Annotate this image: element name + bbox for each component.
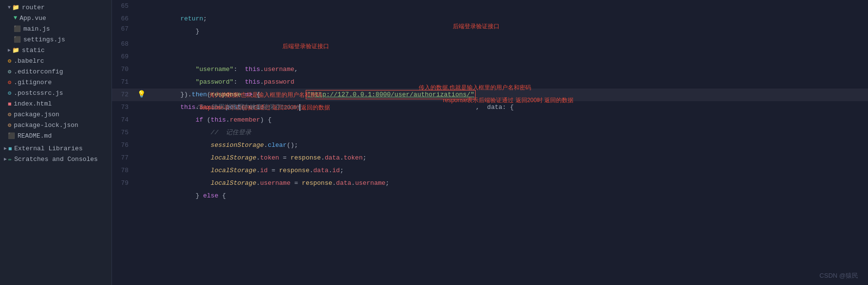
sidebar-item-editorconfig[interactable]: ⚙ .editorconfig [0,66,111,77]
line-68: 68 this.$axios.post( url: 后端登录验证接口 "http… [112,38,868,51]
scratches-label: Scratches and Consoles [14,156,98,163]
line-65: 65 return; [112,0,868,13]
sidebar-item-index-html[interactable]: ◼ index.html [0,98,111,109]
sidebar-item-package-json[interactable]: ⚙ package.json [0,109,111,120]
router-label: router [22,4,45,11]
sidebar-item-package-lock[interactable]: ⚙ package-lock.json [0,120,111,130]
babelrc-label: .babelrc [14,57,44,65]
line-num-68: 68 [112,40,136,48]
line-73: 73 if (this.remember) { [112,101,868,114]
sidebar-item-external-libraries[interactable]: ◼ External Libraries [0,143,111,154]
sidebar-item-router[interactable]: 📁 router [0,2,111,13]
index-html-label: index.html [14,100,52,107]
line-num-74: 74 [112,116,136,124]
git-icon: ⚙ [8,79,11,86]
json-lock-icon: ⚙ [8,122,11,129]
editorconfig-label: .editorconfig [14,68,63,75]
line-70: 70 "password": this.password 传入的数据,也就是输入… [112,63,868,76]
postcssrc-label: .postcssrc.js [14,89,63,97]
md-icon: ⬛ [8,132,15,140]
watermark: CSDN @猿民 [819,271,858,280]
line-content-79: } else { [146,177,868,215]
ext-lib-chevron [4,145,7,151]
sidebar-item-postcssrc[interactable]: ⚙ .postcssrc.js [0,88,111,98]
line-num-78: 78 [112,167,136,174]
line-66: 66 } [112,13,868,25]
line-69: 69 "username": this.username, [112,51,868,63]
line-num-77: 77 [112,154,136,161]
scratch-icon: ✏ [8,156,12,163]
line-79: 79 } else { [112,177,868,190]
line-67: 67 [112,25,868,38]
line-71: 71 }).then(response => { response表示后端验证通… [112,76,868,89]
sidebar-item-settings-js[interactable]: ⬛ settings.js [0,34,111,45]
code-editor: 65 return; 66 } 67 68 this.$axios.po [112,0,868,285]
static-chevron [8,47,11,53]
line-num-69: 69 [112,53,136,60]
package-json-label: package.json [14,111,59,118]
line-num-67: 67 [112,25,136,33]
sidebar-item-gitignore[interactable]: ⚙ .gitignore [0,77,111,88]
lib-icon: ◼ [8,145,12,152]
line-num-72: 72 [112,91,136,98]
package-lock-label: package-lock.json [14,122,78,129]
line-74: 74 // 记住登录 [112,114,868,126]
vue-icon: ▼ [14,15,17,21]
line-num-75: 75 [112,129,136,136]
main-js-label: main.js [23,25,50,33]
sidebar-item-app-vue[interactable]: ▼ App.vue [0,13,111,23]
sidebar-item-scratches[interactable]: ✏ Scratches and Consoles [0,154,111,164]
gitignore-label: .gitignore [14,79,52,86]
gutter-72: 💡 [136,90,146,98]
code-area[interactable]: 65 return; 66 } 67 68 this.$axios.po [112,0,868,285]
js-icon-2: ⬛ [14,36,21,43]
line-num-76: 76 [112,142,136,149]
scratch-chevron [4,156,7,162]
line-78: 78 localStorage.username = response.data… [112,164,868,177]
app-vue-label: App.vue [19,15,46,22]
line-num-71: 71 [112,78,136,86]
static-label: static [22,47,45,54]
sidebar-item-readme[interactable]: ⬛ README.md [0,130,111,141]
line-75: 75 sessionStorage.clear(); [112,126,868,139]
line-76: 76 localStorage.token = response.data.to… [112,139,868,152]
js-icon: ⬛ [14,25,21,33]
sidebar: 📁 router ▼ App.vue ⬛ main.js ⬛ settings.… [0,0,112,285]
external-libraries-label: External Libraries [14,145,82,152]
line-num-70: 70 [112,66,136,73]
line-num-79: 79 [112,179,136,187]
line-num-65: 65 [112,2,136,10]
postcss-icon: ⚙ [8,89,11,97]
json-icon: ⚙ [8,111,11,118]
router-chevron [8,5,11,10]
sidebar-item-static[interactable]: 📁 static [0,45,111,55]
line-num-73: 73 [112,104,136,111]
readme-label: README.md [18,132,52,140]
line-77: 77 localStorage.id = response.data.id; [112,152,868,164]
sidebar-item-main-js[interactable]: ⬛ main.js [0,23,111,34]
static-folder-icon: 📁 [12,47,19,54]
settings-js-label: settings.js [23,36,65,43]
bulb-icon: 💡 [137,90,146,98]
line-72: 72 💡 // 使用浏览器本地存储保存token [112,89,868,101]
babelrc-icon: ⚙ [8,57,11,65]
editorconfig-icon: ⚙ [8,68,11,75]
html-icon: ◼ [8,100,11,107]
line-num-66: 66 [112,15,136,22]
sidebar-item-babelrc[interactable]: ⚙ .babelrc [0,55,111,66]
folder-icon: 📁 [12,4,19,11]
